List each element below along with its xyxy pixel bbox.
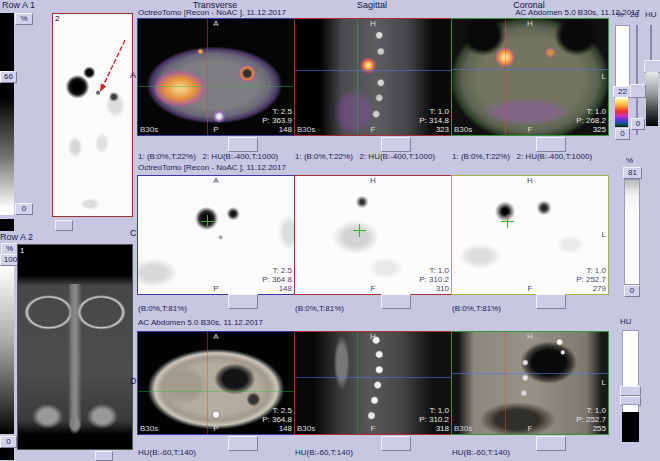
kernel-label: B30s (140, 125, 158, 134)
orientation-bottom: F (528, 285, 533, 293)
kernel-label: B30s (454, 424, 472, 433)
orientation-top: H (527, 20, 533, 28)
panel2-image-number: 1 (20, 246, 24, 255)
viewport-fused-sagittal[interactable]: H F B30s T: 1.0P: 314.8323 (294, 18, 452, 136)
row3-window-label-3: HU(B:-60,T:140) (452, 448, 510, 457)
row3-series-description: AC Abdomen 5.0 B30s, 11.12.2017 (138, 318, 263, 327)
row-letter-c: C (130, 228, 137, 238)
panel1-hscroll-thumb[interactable] (55, 220, 73, 231)
viewport-nm-sagittal[interactable]: H F T: 1.0P: 310.2310 (294, 175, 452, 295)
orientation-top: A (213, 20, 218, 28)
scroll-thumb[interactable] (381, 294, 411, 309)
reference-line-transverse[interactable] (295, 70, 451, 71)
r1-hu-label: HU (645, 10, 657, 19)
slice-stats: T: 1.0P: 310.2310 (419, 266, 449, 293)
row-letter-d: D (130, 376, 137, 386)
viewport-ct-sagittal[interactable]: H F B30s T: 1.0P: 310.2318 (294, 331, 452, 435)
orientation-bottom: F (528, 425, 533, 433)
orientation-top: H (527, 177, 533, 185)
reference-line-transverse[interactable] (295, 377, 451, 378)
blend-slider-handle[interactable] (630, 84, 646, 98)
row2-series-description: OctreoTomo [Recon - NoAC ], 11.12.2017 (138, 163, 286, 172)
slice-stats: T: 1.0P: 314.8323 (419, 107, 449, 134)
hu-slider-track-r1[interactable] (650, 25, 652, 65)
viewport-nm-coronal[interactable]: H F L T: 1.0P: 252.7279 (451, 175, 609, 295)
slice-stats: T: 1.0P: 268.2325 (576, 107, 606, 134)
kernel-label: B30s (297, 125, 315, 134)
orientation-bottom: F (371, 285, 376, 293)
application-window: Row A 1 % 66 0 2 Row A 2 % 100 0 1 A C D… (0, 0, 660, 461)
crosshair-marker[interactable] (353, 224, 366, 237)
orientation-bottom: P (213, 126, 218, 134)
viewport-fused-coronal[interactable]: H F L B30s T: 1.0P: 268.2325 (451, 18, 609, 136)
scout-colorbar[interactable] (0, 266, 14, 434)
scroll-thumb[interactable] (381, 436, 411, 451)
blend-slider-zero[interactable]: 0 (631, 118, 645, 130)
orientation-top: H (370, 333, 376, 341)
scout-image-a2[interactable]: 1 (17, 244, 133, 450)
panel1-scale-unit: % (15, 13, 33, 25)
row1-series-description-left: OctreoTomo [Recon - NoAC ], 11.12.2017 (138, 8, 286, 17)
orientation-right: L (602, 73, 606, 81)
nm-lut-zero[interactable]: 0 (615, 128, 630, 140)
row-a1-title: Row A 1 (2, 0, 35, 10)
panel2-lower-value[interactable]: 0 (0, 436, 17, 448)
r2-upper-value[interactable]: 81 (623, 167, 642, 179)
hu-bar-white-r3[interactable] (622, 330, 639, 387)
reference-line-transverse[interactable] (452, 69, 608, 70)
slice-stats: T: 2.5P: 364.8148 (262, 266, 292, 293)
reference-line-sagittal[interactable] (207, 332, 208, 434)
panel2-hscroll-thumb[interactable] (95, 451, 113, 461)
scroll-thumb[interactable] (536, 294, 566, 309)
slice-stats: T: 1.0P: 310.2318 (419, 406, 449, 433)
reference-line-coronal[interactable] (357, 332, 358, 434)
scroll-thumb[interactable] (228, 294, 258, 309)
scroll-thumb[interactable] (228, 436, 258, 451)
reference-line-sagittal[interactable] (207, 19, 208, 135)
viewport-ct-coronal[interactable]: H F L B30s T: 1.0P: 252.7255 (451, 331, 609, 435)
viewport-ct-transverse[interactable]: A P B30s T: 2.5P: 364.8148 (137, 331, 295, 435)
scroll-thumb[interactable] (381, 137, 411, 152)
row1-window-label-1: 1: (B:0%,T:22%) 2: HU(B:-400,T:1000) (138, 152, 278, 161)
kernel-label: B30s (454, 125, 472, 134)
reference-line-coronal[interactable] (357, 19, 358, 135)
viewport-fused-transverse[interactable]: A P B30s T: 2.5P: 363.9148 (137, 18, 295, 136)
orientation-top: H (370, 177, 376, 185)
r2-zero-value[interactable]: 0 (624, 285, 640, 297)
orientation-right: L (602, 231, 606, 239)
reference-line-coronal[interactable] (138, 391, 294, 392)
row-a2-title: Row A 2 (0, 232, 33, 242)
crosshair-marker[interactable] (201, 215, 214, 228)
nm-lut-bar-r2[interactable] (624, 179, 640, 285)
arrow-annotation (53, 14, 132, 216)
orientation-top: A (213, 177, 218, 185)
orientation-bottom: P (213, 425, 218, 433)
crosshair-marker[interactable] (501, 215, 514, 228)
r1-blend-upper-label: 28 (630, 10, 639, 19)
panel1-lower-value[interactable]: 0 (15, 203, 33, 215)
nm-lut-bar-upper[interactable] (615, 25, 630, 88)
scroll-thumb[interactable] (228, 137, 258, 152)
panel1-upper-value[interactable]: 66 (0, 71, 17, 83)
reference-line-sagittal[interactable] (505, 332, 506, 434)
orientation-right: L (602, 379, 606, 387)
orientation-bottom: P (213, 285, 218, 293)
reference-line-coronal[interactable] (138, 86, 294, 87)
row2-window-label-3: (B:0%,T:81%) (452, 304, 501, 313)
nm-lut-rainbow-bar[interactable] (615, 97, 628, 127)
slice-stats: T: 2.5P: 363.9148 (262, 107, 292, 134)
scroll-thumb[interactable] (536, 137, 566, 152)
scroll-thumb[interactable] (536, 436, 566, 451)
reference-line-sagittal[interactable] (505, 19, 506, 135)
row-letter-a: A (130, 70, 136, 80)
viewport-nm-transverse[interactable]: A P T: 2.5P: 364.8148 (137, 175, 295, 295)
reference-line-transverse[interactable] (452, 373, 608, 374)
hu-bar-black-r3 (622, 412, 639, 442)
planar-colorbar[interactable] (0, 13, 14, 215)
hu-upper-handle-r3[interactable] (620, 386, 641, 396)
hu-gray-bar-r1[interactable] (646, 72, 658, 126)
row2-window-label-1: (B:0%,T:81%) (138, 304, 187, 313)
planar-image-a1[interactable]: 2 (52, 13, 133, 217)
r3-hu-label: HU (620, 317, 632, 326)
scout-spine-shape (68, 284, 82, 427)
